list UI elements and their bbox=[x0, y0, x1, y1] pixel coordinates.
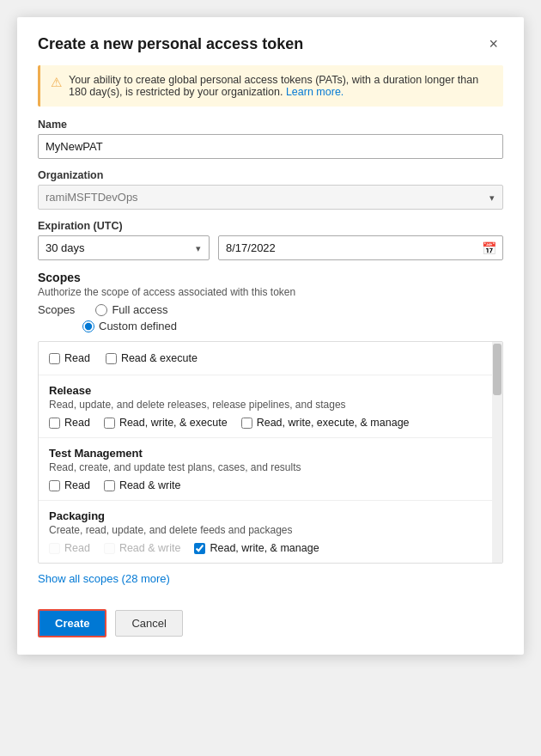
scopes-scrollable-area: Read Read & execute Release Read, update… bbox=[38, 341, 503, 564]
partial-scope-row: Read Read & execute bbox=[39, 342, 502, 375]
warning-text: Your ability to create global personal a… bbox=[69, 74, 493, 98]
packaging-title: Packaging bbox=[49, 509, 492, 522]
organization-label: Organization bbox=[38, 169, 503, 181]
show-all-scopes-button[interactable]: Show all scopes (28 more) bbox=[38, 572, 170, 585]
warning-banner: ⚠ Your ability to create global personal… bbox=[38, 65, 503, 107]
days-select[interactable]: 30 days 60 days 90 days Custom bbox=[38, 235, 210, 260]
release-write-execute-checkbox[interactable] bbox=[104, 418, 115, 429]
show-all-row: Show all scopes (28 more) bbox=[38, 572, 503, 597]
create-pat-dialog: Create a new personal access token × ⚠ Y… bbox=[17, 17, 524, 655]
name-label: Name bbox=[38, 119, 503, 131]
scrollbar-track bbox=[492, 342, 502, 563]
release-options: Read Read, write, & execute Read, write,… bbox=[49, 417, 492, 429]
scopes-section: Scopes Authorize the scope of access ass… bbox=[38, 271, 503, 332]
custom-defined-radio[interactable] bbox=[82, 320, 94, 332]
dialog-header: Create a new personal access token × bbox=[38, 34, 503, 53]
full-access-radio[interactable] bbox=[95, 304, 107, 316]
packaging-read-label[interactable]: Read bbox=[49, 542, 90, 554]
organization-select-wrapper: ramiMSFTDevOps ▾ bbox=[38, 185, 503, 210]
packaging-read-checkbox bbox=[49, 543, 60, 554]
test-management-desc: Read, create, and update test plans, cas… bbox=[49, 461, 492, 473]
release-title: Release bbox=[49, 384, 492, 397]
scopes-scroll-inner[interactable]: Read Read & execute Release Read, update… bbox=[39, 342, 502, 563]
test-read-checkbox[interactable] bbox=[49, 480, 60, 491]
partial-read-label[interactable]: Read bbox=[49, 352, 90, 364]
test-management-scope-block: Test Management Read, create, and update… bbox=[39, 438, 502, 501]
release-scope-block: Release Read, update, and delete release… bbox=[39, 375, 502, 438]
packaging-read-write-checkbox bbox=[104, 543, 115, 554]
name-field-group: Name bbox=[38, 119, 503, 159]
test-management-title: Test Management bbox=[49, 447, 492, 460]
scrollbar-thumb[interactable] bbox=[493, 344, 501, 395]
test-read-write-label[interactable]: Read & write bbox=[104, 479, 181, 491]
name-input[interactable] bbox=[38, 134, 503, 159]
packaging-read-write-manage-checkbox[interactable] bbox=[194, 543, 205, 554]
packaging-read-write-manage-label[interactable]: Read, write, & manage bbox=[194, 542, 319, 554]
full-access-radio-label[interactable]: Full access bbox=[95, 303, 167, 316]
release-read-checkbox[interactable] bbox=[49, 418, 60, 429]
custom-defined-radio-label[interactable]: Custom defined bbox=[82, 320, 503, 332]
test-management-options: Read Read & write bbox=[49, 479, 492, 491]
expiration-label: Expiration (UTC) bbox=[38, 220, 503, 232]
scopes-title: Scopes bbox=[38, 271, 503, 284]
expiration-field-group: Expiration (UTC) 30 days 60 days 90 days… bbox=[38, 220, 503, 260]
create-button[interactable]: Create bbox=[38, 609, 106, 637]
release-write-execute-label[interactable]: Read, write, & execute bbox=[104, 417, 228, 429]
organization-select[interactable]: ramiMSFTDevOps bbox=[38, 185, 503, 210]
warning-icon: ⚠ bbox=[51, 75, 62, 90]
partial-read-execute-label[interactable]: Read & execute bbox=[106, 352, 198, 364]
scopes-radio-row: Scopes Full access bbox=[38, 303, 503, 316]
packaging-read-write-label[interactable]: Read & write bbox=[104, 542, 181, 554]
custom-defined-label: Custom defined bbox=[99, 320, 177, 332]
custom-defined-row: Custom defined bbox=[82, 320, 503, 332]
partial-read-execute-checkbox[interactable] bbox=[106, 353, 117, 364]
release-write-execute-manage-label[interactable]: Read, write, execute, & manage bbox=[241, 417, 410, 429]
packaging-scope-block: Packaging Create, read, update, and dele… bbox=[39, 501, 502, 563]
packaging-options: Read Read & write Read, write, & manage bbox=[49, 542, 492, 554]
close-button[interactable]: × bbox=[483, 34, 503, 53]
date-input-wrapper: 📅 bbox=[218, 235, 503, 260]
full-access-label: Full access bbox=[112, 303, 167, 316]
release-desc: Read, update, and delete releases, relea… bbox=[49, 399, 492, 411]
partial-options-row: Read Read & execute bbox=[49, 349, 492, 371]
scopes-description: Authorize the scope of access associated… bbox=[38, 286, 503, 298]
partial-read-checkbox[interactable] bbox=[49, 353, 60, 364]
dialog-title: Create a new personal access token bbox=[38, 35, 303, 53]
packaging-desc: Create, read, update, and delete feeds a… bbox=[49, 524, 492, 536]
expiration-row: 30 days 60 days 90 days Custom ▾ 📅 bbox=[38, 235, 503, 260]
cancel-button[interactable]: Cancel bbox=[115, 610, 182, 637]
organization-field-group: Organization ramiMSFTDevOps ▾ bbox=[38, 169, 503, 210]
release-write-execute-manage-checkbox[interactable] bbox=[241, 418, 252, 429]
release-read-label[interactable]: Read bbox=[49, 417, 90, 429]
date-input[interactable] bbox=[218, 235, 503, 260]
test-read-label[interactable]: Read bbox=[49, 479, 90, 491]
scopes-row-label: Scopes bbox=[38, 303, 75, 316]
learn-more-link[interactable]: Learn more. bbox=[286, 86, 343, 98]
footer-row: Create Cancel bbox=[38, 609, 503, 637]
test-read-write-checkbox[interactable] bbox=[104, 480, 115, 491]
days-select-wrapper: 30 days 60 days 90 days Custom ▾ bbox=[38, 235, 210, 260]
